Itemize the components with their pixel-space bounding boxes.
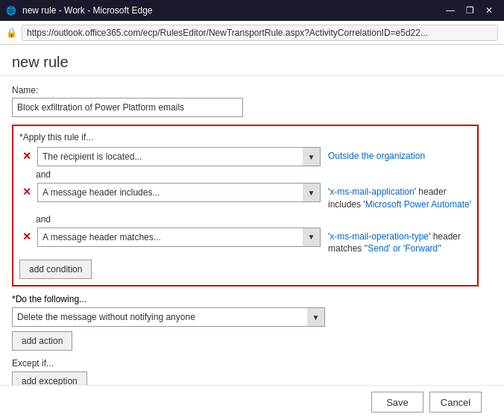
condition-3-value-text: 'x-ms-mail-operation-type' header matche… xyxy=(328,231,461,254)
window-icon: 🌐 xyxy=(6,6,16,16)
title-bar-left: 🌐 new rule - Work - Microsoft Edge xyxy=(6,5,153,16)
form-area: Name: *Apply this rule if... ✕ The recip… xyxy=(0,76,504,385)
do-section: *Do the following... Delete the message … xyxy=(12,294,479,351)
and-label-1: and xyxy=(36,169,471,180)
condition-1-value-link[interactable]: Outside the organization xyxy=(328,151,425,161)
page-wrapper: new rule Name: *Apply this rule if... ✕ … xyxy=(0,45,504,420)
window-title: new rule - Work - Microsoft Edge xyxy=(22,5,153,16)
condition-2-select-wrap: A message header includes... ▼ xyxy=(37,183,321,202)
condition-3-select-wrap: A message header matches... ▼ xyxy=(37,228,321,247)
minimize-button[interactable]: — xyxy=(441,3,459,18)
page-header: new rule xyxy=(0,45,504,76)
condition-2-value: 'x-ms-mail-application' header includes … xyxy=(328,186,471,211)
condition-1-select-wrap: The recipient is located... ▼ xyxy=(37,147,321,166)
and-label-2: and xyxy=(36,214,471,225)
page-title: new rule xyxy=(12,54,492,71)
lock-icon: 🔒 xyxy=(6,28,17,38)
condition-3-value: 'x-ms-mail-operation-type' header matche… xyxy=(328,231,471,256)
title-bar: 🌐 new rule - Work - Microsoft Edge — ❐ ✕ xyxy=(0,0,504,21)
add-action-button[interactable]: add action xyxy=(12,331,72,351)
condition-3-link-1[interactable]: x-ms-mail-operation-type xyxy=(330,231,429,242)
condition-2-value-text: 'x-ms-mail-application' header includes … xyxy=(328,187,471,210)
do-select[interactable]: Delete the message without notifying any… xyxy=(12,307,325,327)
restore-button[interactable]: ❐ xyxy=(461,3,479,18)
condition-3-link-2[interactable]: 'Send' or 'Forward' xyxy=(366,243,440,254)
except-section: Except if... add exception xyxy=(12,358,479,385)
do-label: *Do the following... xyxy=(12,294,479,304)
cancel-button[interactable]: Cancel xyxy=(429,392,482,413)
address-input[interactable] xyxy=(22,25,498,41)
apply-rule-label: *Apply this rule if... xyxy=(19,132,471,142)
condition-2-link-2[interactable]: Microsoft Power Automate xyxy=(365,199,470,210)
condition-1-select[interactable]: The recipient is located... xyxy=(37,147,321,166)
title-bar-controls: — ❐ ✕ xyxy=(441,3,498,18)
add-action-wrap: add action xyxy=(12,331,479,351)
condition-row-2: ✕ A message header includes... ▼ 'x-ms-m… xyxy=(19,183,471,211)
name-input[interactable] xyxy=(12,98,243,117)
apply-rule-section: *Apply this rule if... ✕ The recipient i… xyxy=(12,125,479,286)
name-label: Name: xyxy=(12,85,479,95)
add-condition-wrap: add condition xyxy=(19,260,471,279)
condition-3-select[interactable]: A message header matches... xyxy=(37,228,321,247)
do-select-wrap: Delete the message without notifying any… xyxy=(12,307,325,327)
close-button[interactable]: ✕ xyxy=(480,3,498,18)
remove-condition-3-button[interactable]: ✕ xyxy=(19,229,34,244)
condition-1-value: Outside the organization xyxy=(328,150,425,161)
add-condition-button[interactable]: add condition xyxy=(19,260,92,279)
save-button[interactable]: Save xyxy=(371,392,423,413)
condition-2-link-1[interactable]: x-ms-mail-application xyxy=(330,187,414,197)
add-exception-button[interactable]: add exception xyxy=(12,372,87,385)
condition-row-1: ✕ The recipient is located... ▼ Outside … xyxy=(19,147,471,166)
address-bar: 🔒 xyxy=(0,21,504,45)
condition-row-3: ✕ A message header matches... ▼ 'x-ms-ma… xyxy=(19,228,471,256)
remove-condition-2-button[interactable]: ✕ xyxy=(19,184,34,199)
footer: Save Cancel xyxy=(0,385,504,420)
condition-2-select[interactable]: A message header includes... xyxy=(37,183,321,202)
scroll-container: Name: *Apply this rule if... ✕ The recip… xyxy=(12,85,492,385)
except-label: Except if... xyxy=(12,358,479,369)
remove-condition-1-button[interactable]: ✕ xyxy=(19,148,34,163)
name-field-group: Name: xyxy=(12,85,479,117)
